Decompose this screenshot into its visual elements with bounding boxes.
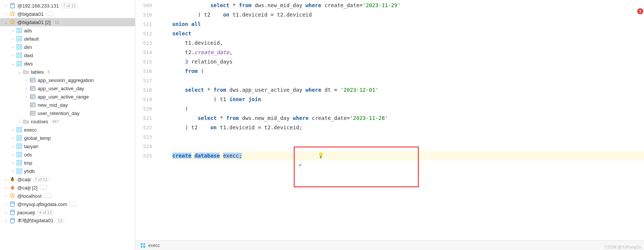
chevron-right-icon[interactable]: › — [3, 209, 9, 215]
schema-icon — [16, 135, 23, 141]
db-blue-icon — [9, 201, 16, 208]
tree-item[interactable]: ›user_retention_day — [0, 109, 135, 117]
tree-item[interactable]: ›app_user_active_day — [0, 84, 135, 92]
tree-item[interactable]: ›global_temp — [0, 134, 135, 142]
svg-rect-17 — [17, 61, 19, 63]
tree-item[interactable]: ›yhdb — [0, 167, 135, 175]
tree-item[interactable]: ›@bigdata01... — [0, 10, 135, 18]
code-line[interactable]: select * from dws.new_mid_day where crea… — [172, 1, 644, 10]
tree-item[interactable]: ›routines347 — [0, 117, 135, 126]
tree-item[interactable]: ›dim — [0, 43, 135, 51]
code-content[interactable]: select * from dws.new_mid_day where crea… — [172, 0, 644, 240]
tree-item[interactable]: ›execc — [0, 126, 135, 134]
schema-icon — [16, 159, 23, 166]
schema-icon — [16, 35, 23, 42]
code-line[interactable]: ( — [172, 104, 644, 114]
chevron-right-icon[interactable]: › — [3, 11, 9, 17]
code-line[interactable]: ) t2 on t1.deviceid = t2.deviceid; — [172, 123, 644, 132]
chevron-right-icon[interactable]: › — [23, 77, 29, 83]
count-badge: ... — [40, 185, 47, 190]
chevron-right-icon[interactable]: › — [3, 201, 9, 207]
tree-item[interactable]: ›@mysql.qfbigdata.com... — [0, 200, 135, 208]
code-line[interactable]: union all — [172, 20, 644, 29]
code-line[interactable]: select * from dws.new_mid_day where crea… — [172, 114, 644, 123]
chevron-right-icon[interactable]: › — [3, 218, 9, 224]
svg-point-0 — [11, 3, 14, 5]
schema-icon — [16, 168, 23, 174]
svg-rect-55 — [20, 144, 22, 146]
tree-item[interactable]: ›dwd — [0, 51, 135, 59]
svg-rect-53 — [20, 139, 22, 141]
code-line[interactable]: ) t2 on t1.deviceid = t2.deviceid — [172, 10, 644, 20]
tree-item[interactable]: ›ads — [0, 26, 135, 35]
line-number: 511 — [135, 20, 157, 29]
code-line[interactable]: t2.create_date, — [172, 48, 644, 57]
tree-item[interactable]: ›default — [0, 35, 135, 43]
code-line[interactable] — [172, 132, 644, 142]
svg-rect-20 — [20, 64, 22, 66]
chevron-right-icon[interactable]: › — [3, 176, 9, 182]
chevron-right-icon[interactable]: › — [10, 52, 16, 58]
chevron-right-icon[interactable]: › — [3, 193, 9, 199]
chevron-right-icon[interactable]: › — [10, 135, 16, 141]
svg-rect-48 — [17, 130, 19, 132]
code-line[interactable]: select — [172, 29, 644, 38]
tree-item-label: ods — [24, 152, 32, 158]
tree-item[interactable]: ›jiaoxueji4 of 13 — [0, 208, 135, 217]
chevron-right-icon[interactable]: › — [3, 185, 9, 191]
current-schema[interactable]: execc — [148, 243, 160, 248]
svg-point-71 — [12, 177, 13, 179]
tree-item[interactable]: ›app_user_active_range — [0, 92, 135, 101]
tree-item[interactable]: ›app_session_aggregation — [0, 76, 135, 84]
tree-item-label: 本地的bigdata01 — [17, 217, 53, 224]
tree-item[interactable]: ›@caiji7 of 11 — [0, 175, 135, 183]
svg-rect-15 — [17, 56, 19, 58]
chevron-right-icon[interactable]: › — [10, 168, 16, 174]
tree-item[interactable]: ›@localhost... — [0, 192, 135, 200]
tree-item[interactable]: ›本地的bigdata0113 — [0, 217, 135, 225]
code-line[interactable]: select * from dws.app_user_active_day wh… — [172, 85, 644, 95]
chevron-down-icon[interactable]: ⌄ — [10, 61, 16, 67]
sql-editor[interactable]: 5095105115125135145155165175185195205215… — [135, 0, 644, 240]
svg-rect-68 — [17, 172, 19, 174]
code-line[interactable] — [172, 76, 644, 85]
code-line[interactable]: from ( — [172, 67, 644, 76]
tree-item[interactable]: ⌄tables5 — [0, 68, 135, 76]
code-line[interactable]: 3 relation_days — [172, 57, 644, 67]
chevron-right-icon[interactable]: › — [17, 118, 23, 124]
tree-item[interactable]: ›@caiji [2]... — [0, 183, 135, 192]
code-line[interactable]: create database execc; — [172, 151, 644, 161]
star-icon — [9, 192, 16, 199]
error-count-badge[interactable]: 9 — [637, 8, 643, 14]
chevron-down-icon[interactable]: ⌄ — [17, 69, 23, 75]
tree-item[interactable]: ›ods — [0, 150, 135, 159]
tree-item[interactable]: ⌄dws — [0, 59, 135, 68]
tree-item-label: dim — [24, 44, 32, 50]
chevron-right-icon[interactable]: › — [3, 3, 9, 9]
tree-item[interactable]: ›new_mid_day — [0, 101, 135, 109]
chevron-right-icon[interactable]: › — [10, 127, 16, 133]
code-line[interactable]: ) t1 inner join — [172, 95, 644, 104]
chevron-right-icon[interactable]: › — [10, 44, 16, 50]
line-number: 524 — [135, 142, 157, 151]
tree-item-label: @mysql.qfbigdata.com — [17, 202, 67, 207]
chevron-down-icon[interactable]: ⌄ — [3, 19, 9, 25]
tree-item[interactable]: ›tmp — [0, 159, 135, 167]
tree-item-label: jiaoxueji — [17, 210, 35, 215]
lightbulb-icon[interactable]: 💡 — [317, 152, 324, 158]
chevron-right-icon[interactable]: › — [10, 27, 16, 33]
svg-rect-40 — [30, 103, 35, 105]
chevron-right-icon[interactable]: › — [10, 143, 16, 149]
chevron-right-icon[interactable]: › — [10, 152, 16, 158]
database-tree-sidebar[interactable]: ›@192.168.233.1317 of 12›@bigdata01...⌄@… — [0, 0, 135, 250]
chevron-right-icon[interactable]: › — [23, 94, 29, 100]
code-line[interactable]: t1.deviceid, — [172, 38, 644, 48]
chevron-right-icon[interactable]: › — [23, 85, 29, 91]
tree-item[interactable]: ›laoyan — [0, 142, 135, 150]
chevron-right-icon[interactable]: › — [10, 36, 16, 42]
db-blue-icon — [9, 209, 16, 216]
tree-item[interactable]: ⌄@bigdata01 [2]11 — [0, 18, 135, 26]
chevron-right-icon[interactable]: › — [10, 160, 16, 166]
tree-item[interactable]: ›@192.168.233.1317 of 12 — [0, 2, 135, 10]
code-line[interactable] — [172, 142, 644, 151]
